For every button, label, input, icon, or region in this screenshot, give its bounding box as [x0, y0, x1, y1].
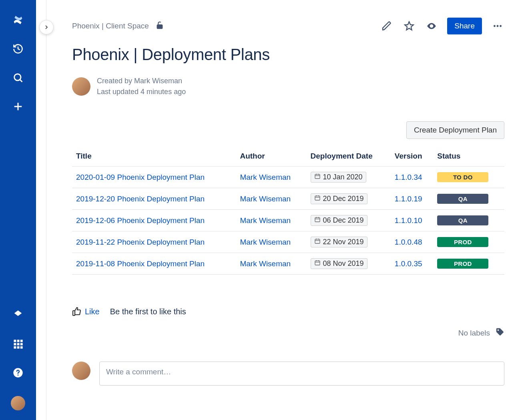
svg-rect-33 — [315, 239, 320, 243]
status-badge: QA — [437, 194, 488, 204]
version-link[interactable]: 1.0.0.48 — [395, 238, 422, 246]
calendar-icon — [314, 259, 321, 268]
date-pill: 10 Jan 2020 — [311, 172, 366, 183]
svg-point-17 — [431, 25, 432, 27]
help-icon[interactable] — [9, 364, 27, 382]
author-link[interactable]: Mark Wiseman — [240, 259, 291, 268]
status-badge: PROD — [437, 237, 488, 247]
col-author: Author — [236, 146, 306, 167]
svg-rect-6 — [20, 340, 23, 342]
svg-point-19 — [497, 25, 499, 27]
svg-rect-11 — [17, 346, 20, 349]
table-row: 2019-12-06 Phoenix Deployment PlanMark W… — [72, 210, 504, 231]
date-pill: 20 Dec 2019 — [311, 193, 367, 204]
star-icon[interactable] — [402, 19, 416, 33]
like-button[interactable]: Like — [72, 307, 100, 316]
plan-title-link[interactable]: 2019-11-08 Phoenix Deployment Plan — [76, 259, 205, 268]
svg-rect-5 — [17, 340, 20, 342]
global-nav — [0, 0, 36, 420]
version-link[interactable]: 1.1.0.19 — [395, 195, 422, 203]
version-link[interactable]: 1.1.0.34 — [395, 173, 422, 181]
confluence-logo-icon[interactable] — [9, 11, 27, 29]
notifications-icon[interactable] — [9, 306, 27, 324]
deployment-plans-table: Title Author Deployment Date Version Sta… — [72, 146, 504, 275]
col-title: Title — [72, 146, 236, 167]
recent-icon[interactable] — [9, 40, 27, 58]
create-icon[interactable] — [9, 98, 27, 115]
svg-rect-10 — [14, 346, 16, 349]
plan-title-link[interactable]: 2019-12-06 Phoenix Deployment Plan — [76, 216, 205, 225]
calendar-icon — [314, 238, 321, 246]
calendar-icon — [314, 216, 321, 225]
search-icon[interactable] — [9, 69, 27, 86]
created-by-text: Created by Mark Wiseman — [97, 76, 186, 86]
svg-point-0 — [14, 74, 21, 80]
sidebar-rail — [36, 0, 46, 420]
current-user-avatar[interactable] — [72, 362, 90, 380]
status-badge: TO DO — [437, 172, 488, 182]
edit-icon[interactable] — [380, 19, 393, 33]
svg-point-14 — [18, 374, 19, 376]
calendar-icon — [314, 173, 321, 181]
like-label: Like — [85, 307, 100, 316]
svg-marker-16 — [405, 22, 414, 30]
svg-line-1 — [20, 80, 22, 82]
profile-avatar[interactable] — [11, 396, 25, 410]
share-button[interactable]: Share — [447, 18, 482, 34]
last-updated-text: Last updated 4 minutes ago — [97, 86, 186, 97]
svg-rect-25 — [315, 196, 320, 200]
author-avatar[interactable] — [72, 77, 90, 96]
create-deployment-plan-button[interactable]: Create Deployment Plan — [406, 121, 504, 139]
apps-icon[interactable] — [9, 335, 27, 353]
svg-rect-29 — [315, 217, 320, 222]
watch-icon[interactable] — [425, 19, 438, 33]
svg-rect-21 — [315, 174, 320, 179]
status-badge: QA — [437, 215, 488, 225]
svg-rect-15 — [157, 25, 162, 28]
like-prompt: Be the first to like this — [110, 307, 186, 316]
col-date: Deployment Date — [307, 146, 391, 167]
version-link[interactable]: 1.0.0.35 — [395, 259, 422, 268]
more-actions-icon[interactable] — [491, 19, 504, 33]
svg-rect-37 — [315, 261, 320, 265]
svg-rect-12 — [20, 346, 23, 349]
date-pill: 22 Nov 2019 — [311, 237, 367, 247]
svg-point-20 — [500, 25, 502, 27]
restrictions-icon[interactable] — [155, 21, 164, 31]
svg-rect-9 — [20, 343, 23, 346]
svg-point-18 — [494, 25, 496, 27]
page-title: Phoenix | Deployment Plans — [72, 46, 504, 64]
status-badge: PROD — [437, 259, 488, 269]
plan-title-link[interactable]: 2020-01-09 Phoenix Deployment Plan — [76, 173, 205, 181]
plan-title-link[interactable]: 2019-12-20 Phoenix Deployment Plan — [76, 195, 205, 203]
author-link[interactable]: Mark Wiseman — [240, 195, 291, 203]
comment-input[interactable]: Write a comment… — [99, 362, 504, 386]
table-row: 2019-11-22 Phoenix Deployment PlanMark W… — [72, 231, 504, 253]
col-version: Version — [391, 146, 433, 167]
breadcrumb[interactable]: Phoenix | Client Space — [72, 22, 149, 30]
table-row: 2020-01-09 Phoenix Deployment PlanMark W… — [72, 167, 504, 188]
tag-icon[interactable] — [496, 328, 504, 338]
table-row: 2019-12-20 Phoenix Deployment PlanMark W… — [72, 188, 504, 210]
svg-rect-4 — [14, 340, 16, 342]
col-status: Status — [433, 146, 504, 167]
svg-rect-8 — [17, 343, 20, 346]
author-link[interactable]: Mark Wiseman — [240, 238, 291, 246]
svg-rect-7 — [14, 343, 16, 346]
page-main: Phoenix | Client Space Share — [46, 0, 526, 420]
author-link[interactable]: Mark Wiseman — [240, 216, 291, 225]
date-pill: 08 Nov 2019 — [311, 258, 367, 269]
plan-title-link[interactable]: 2019-11-22 Phoenix Deployment Plan — [76, 238, 205, 246]
author-link[interactable]: Mark Wiseman — [240, 173, 291, 181]
calendar-icon — [314, 195, 321, 203]
version-link[interactable]: 1.1.0.10 — [395, 216, 422, 225]
no-labels-text: No labels — [458, 329, 490, 338]
date-pill: 06 Dec 2019 — [311, 215, 367, 226]
svg-rect-41 — [73, 311, 75, 316]
expand-sidebar-button[interactable] — [39, 20, 54, 34]
table-row: 2019-11-08 Phoenix Deployment PlanMark W… — [72, 253, 504, 275]
